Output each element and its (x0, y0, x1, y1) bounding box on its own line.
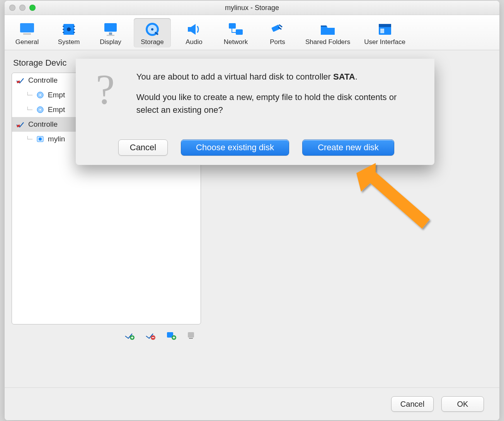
choose-existing-disk-button[interactable]: Choose existing disk (181, 139, 289, 156)
tab-system[interactable]: System (50, 18, 87, 48)
speaker-icon (183, 20, 205, 38)
folder-icon (317, 20, 339, 38)
tab-label: Ports (270, 38, 285, 46)
dialog-line1-bold: SATA (333, 72, 355, 81)
add-attachment-button[interactable] (165, 330, 177, 341)
tree-label: Empt (48, 105, 65, 114)
ok-button[interactable]: OK (441, 396, 484, 412)
tab-label: Shared Folders (305, 38, 350, 46)
controller-icon (16, 76, 24, 85)
svg-point-15 (151, 28, 153, 31)
close-window-icon[interactable] (9, 5, 15, 11)
zoom-window-icon[interactable] (29, 5, 36, 11)
dialog-line1-post: . (355, 72, 358, 81)
network-icon (225, 20, 247, 38)
svg-rect-21 (379, 24, 391, 27)
window-traffic-lights (9, 5, 36, 11)
tree-actions (12, 324, 201, 341)
tab-label: User Interface (364, 38, 405, 46)
window-footer: Cancel OK (5, 387, 499, 420)
tab-label: System (58, 38, 80, 46)
tree-label: mylin (48, 135, 65, 143)
minimize-window-icon[interactable] (19, 5, 26, 11)
tree-label: Controlle (28, 120, 58, 129)
dialog-line2: Would you like to create a new, empty fi… (136, 91, 419, 116)
add-controller-button[interactable] (124, 330, 135, 341)
svg-rect-35 (188, 332, 194, 338)
settings-toolbar: General System (5, 15, 499, 50)
ports-icon (267, 20, 288, 38)
dialog-message: You are about to add a virtual hard disk… (136, 70, 419, 124)
dialog-cancel-button[interactable]: Cancel (118, 139, 168, 156)
svg-rect-17 (229, 23, 236, 29)
display-icon (100, 20, 121, 38)
monitor-icon (16, 20, 38, 38)
svg-point-30 (39, 138, 42, 141)
tab-network[interactable]: Network (217, 18, 254, 48)
disc-icon (36, 91, 44, 99)
tab-label: General (15, 38, 39, 46)
tab-user-interface[interactable]: User Interface (359, 18, 410, 48)
tree-label: Empt (48, 91, 65, 99)
tree-label: Controlle (28, 76, 58, 85)
dialog-line1-pre: You are about to add a virtual hard disk… (136, 72, 333, 81)
svg-rect-22 (380, 29, 384, 33)
tab-label: Display (100, 38, 121, 46)
titlebar: mylinux - Storage (5, 1, 499, 15)
chip-icon (58, 20, 80, 38)
hard-disk-icon (141, 20, 163, 38)
tab-audio[interactable]: Audio (175, 18, 213, 48)
svg-rect-11 (109, 32, 112, 35)
disc-icon (36, 106, 44, 114)
add-disk-dialog: ? You are about to add a virtual hard di… (76, 59, 434, 165)
svg-rect-19 (271, 25, 280, 32)
create-new-disk-button[interactable]: Create new disk (302, 139, 394, 156)
svg-rect-0 (20, 23, 34, 32)
tab-storage[interactable]: Storage (134, 18, 171, 48)
svg-point-27 (39, 109, 41, 110)
question-icon: ? (91, 70, 119, 109)
svg-rect-10 (104, 23, 117, 32)
cancel-button[interactable]: Cancel (391, 396, 434, 412)
tab-shared-folders[interactable]: Shared Folders (301, 18, 355, 48)
tab-label: Storage (141, 38, 164, 46)
svg-point-3 (67, 27, 71, 31)
svg-point-25 (39, 94, 41, 96)
controller-icon (16, 120, 24, 129)
tab-label: Audio (186, 38, 202, 46)
svg-rect-12 (107, 35, 114, 36)
tab-label: Network (224, 38, 248, 46)
dialog-buttons: Cancel Choose existing disk Create new d… (91, 139, 419, 156)
settings-window: mylinux - Storage General (5, 1, 499, 420)
tab-ports[interactable]: Ports (259, 18, 296, 48)
window-icon (374, 20, 396, 38)
tab-display[interactable]: Display (92, 18, 129, 48)
window-title: mylinux - Storage (225, 4, 279, 12)
remove-controller-button[interactable] (145, 330, 156, 341)
hdd-icon (36, 135, 44, 143)
svg-rect-18 (236, 29, 243, 35)
remove-attachment-button[interactable] (186, 330, 198, 341)
tab-general[interactable]: General (9, 18, 46, 48)
svg-rect-1 (23, 33, 31, 35)
